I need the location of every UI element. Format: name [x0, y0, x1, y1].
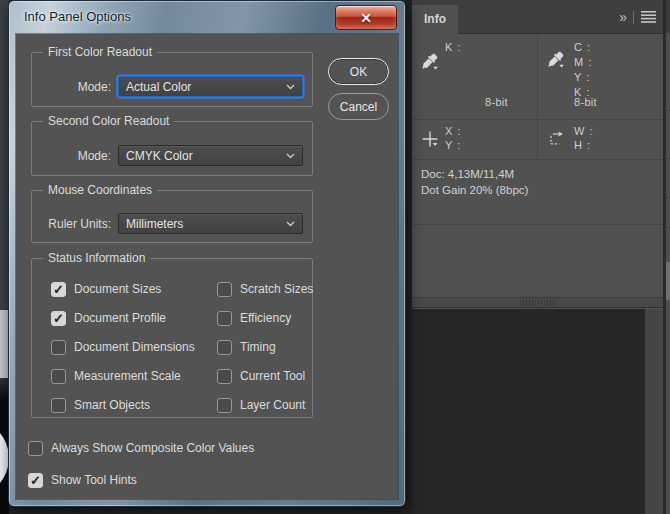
dropdown-value: Millimeters: [126, 217, 183, 231]
chevron-down-icon: [286, 153, 295, 159]
panel-well-strip: [645, 309, 663, 514]
group-legend: Mouse Coordinates: [43, 183, 157, 197]
checkbox-current-tool[interactable]: Current Tool: [217, 368, 313, 384]
grip-hatch-icon: [520, 300, 556, 306]
checkbox-label: Layer Count: [240, 398, 305, 412]
ruler-units-dropdown[interactable]: Millimeters: [118, 213, 303, 234]
checkbox-box[interactable]: [51, 369, 66, 384]
checkbox-box[interactable]: [217, 282, 232, 297]
checkbox-box[interactable]: [28, 473, 43, 488]
collapse-panel-icon[interactable]: »: [619, 10, 626, 24]
checkbox-label: Document Dimensions: [74, 340, 195, 354]
panel-tab-bar: Info »: [412, 0, 663, 34]
checkbox-box[interactable]: [51, 398, 66, 413]
transform-size-icon[interactable]: [547, 130, 565, 148]
checkbox-label: Efficiency: [240, 311, 291, 325]
adjacent-panel-divider: [666, 227, 670, 228]
checkbox-label: Scratch Sizes: [240, 282, 313, 296]
checkbox-box[interactable]: [217, 311, 232, 326]
checkbox-scratch-sizes[interactable]: Scratch Sizes: [217, 281, 313, 297]
adjacent-panel-divider: [666, 158, 670, 159]
group-status-information: Status Information Document Sizes Docume…: [31, 258, 313, 418]
adjacent-panel-tabbar-edge: [666, 0, 670, 33]
close-icon: ✕: [360, 11, 372, 25]
dropdown-value: CMYK Color: [126, 149, 193, 163]
checkbox-label: Timing: [240, 340, 276, 354]
eyedropper-icon[interactable]: [421, 52, 439, 70]
checkbox-document-profile[interactable]: Document Profile: [51, 310, 195, 326]
checkbox-layer-count[interactable]: Layer Count: [217, 397, 313, 413]
screen: Info Panel Options ✕ First Color Readout…: [0, 0, 670, 514]
status-column-1: Document Sizes Document Profile Document…: [51, 281, 195, 426]
dialog-title: Info Panel Options: [24, 9, 131, 24]
cancel-button[interactable]: Cancel: [328, 93, 389, 120]
first-readout-cell: K : 8-bit: [412, 34, 538, 119]
ok-button[interactable]: OK: [328, 58, 389, 85]
doc-size-text: Doc: 4,13M/11,4M: [421, 166, 663, 182]
chevron-down-icon: [286, 221, 295, 227]
wh-cell: W : H :: [539, 120, 663, 159]
adjacent-panel-divider: [666, 197, 670, 198]
group-legend: Second Color Readout: [43, 114, 174, 128]
bit-depth-label: 8-bit: [485, 96, 508, 108]
coordinates-row: X : Y : W : H :: [412, 119, 663, 159]
checkbox-label: Smart Objects: [74, 398, 150, 412]
checkbox-label: Show Tool Hints: [51, 473, 137, 487]
panel-resize-grip[interactable]: [412, 297, 663, 308]
info-panel: Info » K : 8-bit: [412, 0, 663, 514]
group-first-color-readout: First Color Readout Mode: Actual Color: [31, 52, 313, 107]
checkbox-document-dimensions[interactable]: Document Dimensions: [51, 339, 195, 355]
crosshair-icon[interactable]: [421, 130, 439, 148]
checkbox-smart-objects[interactable]: Smart Objects: [51, 397, 195, 413]
y-label: Y :: [445, 139, 461, 151]
checkbox-box[interactable]: [217, 369, 232, 384]
second-readout-cell: C : M : Y : K : 8-bit: [539, 34, 663, 119]
checkbox-box[interactable]: [51, 311, 66, 326]
mode-label: Mode:: [32, 149, 118, 163]
checkbox-label: Document Sizes: [74, 282, 161, 296]
document-info: Doc: 4,13M/11,4M Dot Gain 20% (8bpc): [412, 159, 663, 225]
x-label: X :: [445, 125, 461, 137]
checkbox-label: Current Tool: [240, 369, 305, 383]
ruler-units-label: Ruler Units:: [32, 217, 118, 231]
group-legend: First Color Readout: [43, 45, 157, 59]
cmyk-labels: C : M : Y : K :: [574, 40, 592, 100]
checkbox-box[interactable]: [28, 441, 43, 456]
group-second-color-readout: Second Color Readout Mode: CMYK Color: [31, 121, 313, 176]
group-legend: Status Information: [43, 251, 150, 265]
color-readouts-row: K : 8-bit C : M : Y : K : 8-bit: [412, 34, 663, 119]
panel-body: K : 8-bit C : M : Y : K : 8-bit: [412, 34, 663, 297]
checkbox-always-show-composite[interactable]: Always Show Composite Color Values: [28, 440, 254, 456]
checkbox-box[interactable]: [217, 398, 232, 413]
group-mouse-coordinates: Mouse Coordinates Ruler Units: Millimete…: [31, 190, 313, 243]
checkbox-efficiency[interactable]: Efficiency: [217, 310, 313, 326]
info-panel-options-dialog: Info Panel Options ✕ First Color Readout…: [8, 0, 406, 507]
w-label: W :: [574, 125, 594, 137]
second-readout-mode-dropdown[interactable]: CMYK Color: [118, 145, 303, 166]
h-label: H :: [574, 139, 591, 151]
checkbox-box[interactable]: [51, 340, 66, 355]
close-button[interactable]: ✕: [335, 5, 397, 30]
readout-channel-label: K :: [445, 41, 461, 53]
checkbox-box[interactable]: [51, 282, 66, 297]
checkbox-box[interactable]: [217, 340, 232, 355]
xy-cell: X : Y :: [412, 120, 538, 159]
checkbox-label: Measurement Scale: [74, 369, 181, 383]
panel-well: [412, 309, 663, 514]
bit-depth-label: 8-bit: [574, 96, 597, 108]
panel-menu-icon[interactable]: [641, 11, 656, 23]
adjacent-panel-edge: [666, 0, 670, 514]
chevron-down-icon: [286, 84, 295, 90]
adjacent-panel-divider: [666, 110, 670, 111]
checkbox-show-tool-hints[interactable]: Show Tool Hints: [28, 472, 137, 488]
eyedropper-icon[interactable]: [547, 50, 565, 68]
mode-label: Mode:: [32, 80, 118, 94]
checkbox-measurement-scale[interactable]: Measurement Scale: [51, 368, 195, 384]
doc-profile-text: Dot Gain 20% (8bpc): [421, 182, 663, 198]
checkbox-document-sizes[interactable]: Document Sizes: [51, 281, 195, 297]
checkbox-label: Document Profile: [74, 311, 166, 325]
first-readout-mode-dropdown[interactable]: Actual Color: [118, 76, 303, 97]
status-column-2: Scratch Sizes Efficiency Timing Current …: [217, 281, 313, 426]
tab-info[interactable]: Info: [412, 5, 458, 35]
checkbox-timing[interactable]: Timing: [217, 339, 313, 355]
